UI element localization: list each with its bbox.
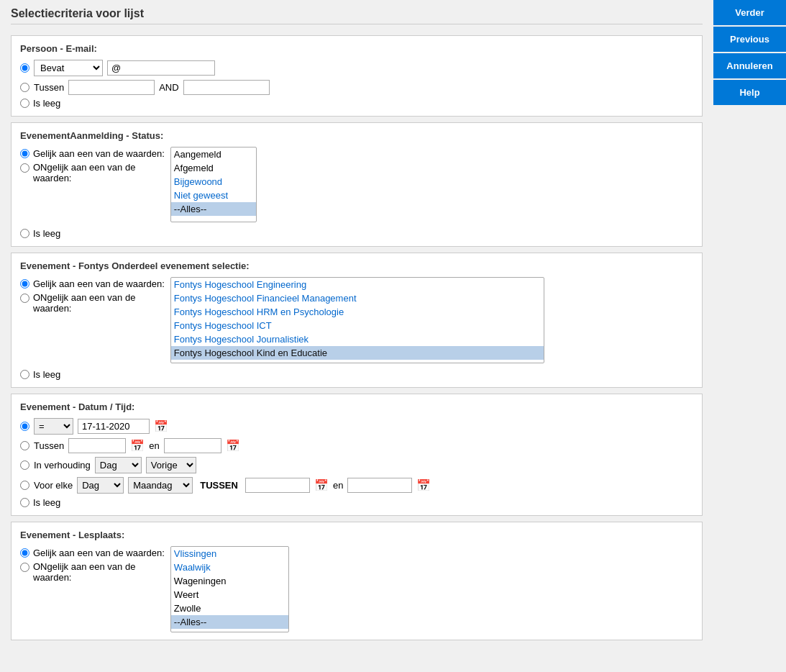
datum-radio-is-leeg[interactable]	[20, 498, 29, 507]
lesplaats-label: Evenement - Lesplaats:	[20, 530, 693, 540]
fontys-ongelijk-label: ONgelijk aan een van dewaarden:	[33, 292, 135, 314]
email-section: Persoon - E-mail: Bevat Gelijk aan Begin…	[11, 35, 703, 117]
datum-is-leeg-label: Is leeg	[33, 497, 60, 508]
datum-tussen-input1[interactable]	[68, 438, 126, 453]
datum-voor-elke-input2[interactable]	[347, 478, 412, 493]
lesplaats-option-vlissingen[interactable]: Vlissingen	[171, 547, 288, 560]
fontys-gelijk-label: Gelijk aan een van de waarden:	[33, 278, 165, 289]
datum-label: Evenement - Datum / Tijd:	[20, 401, 693, 412]
datum-voor-elke-label: Voor elke	[34, 480, 73, 491]
email-tussen-input2[interactable]	[183, 80, 270, 95]
status-radio-is-leeg[interactable]	[20, 229, 29, 238]
datum-tussen-static: TUSSEN	[200, 480, 238, 491]
status-option-alles[interactable]: --Alles--	[171, 202, 256, 216]
previous-button[interactable]: Previous	[713, 27, 786, 52]
fontys-option-hrm[interactable]: Fontys Hogeschool HRM en Psychologie	[171, 305, 544, 319]
datum-vorige-select[interactable]: Vorige Volgende Huidige	[146, 457, 196, 473]
status-ongelijk-label: ONgelijk aan een van dewaarden:	[33, 162, 135, 183]
datum-radio-eq[interactable]	[20, 422, 29, 431]
status-gelijk-label: Gelijk aan een van de waarden:	[33, 148, 165, 159]
status-radio-gelijk[interactable]	[20, 149, 29, 158]
fontys-option-engineering[interactable]: Fontys Hogeschool Engineering	[171, 278, 544, 291]
datum-calendar-icon2[interactable]: 📅	[130, 439, 145, 453]
status-option-niet-geweest[interactable]: Niet geweest	[171, 189, 256, 202]
status-option-afgemeld[interactable]: Afgemeld	[171, 161, 256, 175]
datum-radio-voor-elke[interactable]	[20, 481, 29, 490]
email-radio-tussen[interactable]	[20, 83, 29, 92]
fontys-option-ict[interactable]: Fontys Hogeschool ICT	[171, 319, 544, 332]
email-tussen-input1[interactable]	[68, 80, 155, 95]
email-tussen-label: Tussen	[34, 82, 64, 93]
datum-in-verhouding-label: In verhouding	[34, 460, 91, 471]
lesplaats-option-alles[interactable]: --Alles--	[171, 615, 288, 629]
fontys-radio-is-leeg[interactable]	[20, 370, 29, 379]
datum-en-label2: en	[333, 480, 343, 491]
datum-dag-select1[interactable]: Dag Week Maand Jaar	[95, 457, 142, 473]
fontys-radio-gelijk[interactable]	[20, 279, 29, 289]
lesplaats-section: Evenement - Lesplaats: Gelijk aan een va…	[11, 522, 703, 640]
lesplaats-option-waalwijk[interactable]: Waalwijk	[171, 560, 288, 574]
lesplaats-option-weert[interactable]: Weert	[171, 588, 288, 601]
fontys-listbox[interactable]: Fontys Hogeschool Engineering Fontys Hog…	[170, 277, 544, 363]
datum-calendar-icon1[interactable]: 📅	[154, 419, 168, 433]
page-title: Selectiecriteria voor lijst	[11, 7, 703, 24]
fontys-option-kind[interactable]: Fontys Hogeschool Kind en Educatie	[171, 346, 544, 360]
fontys-is-leeg-label: Is leeg	[33, 369, 60, 380]
lesplaats-listbox[interactable]: Vlissingen Waalwijk Wageningen Weert Zwo…	[170, 546, 289, 632]
status-radio-ongelijk[interactable]	[20, 163, 29, 173]
datum-eq-select[interactable]: = < > <= >= <>	[34, 418, 73, 435]
datum-radio-tussen[interactable]	[20, 441, 29, 450]
email-label: Persoon - E-mail:	[20, 43, 693, 54]
status-is-leeg-label: Is leeg	[33, 228, 60, 239]
lesplaats-radio-ongelijk[interactable]	[20, 563, 29, 572]
status-listbox[interactable]: Aangemeld Afgemeld Bijgewoond Niet gewee…	[170, 147, 257, 222]
fontys-radio-ongelijk[interactable]	[20, 294, 29, 303]
fontys-option-journalistiek[interactable]: Fontys Hogeschool Journalistiek	[171, 332, 544, 346]
datum-tussen-label: Tussen	[34, 440, 64, 451]
fontys-label: Evenement - Fontys Onderdeel evenement s…	[20, 260, 693, 271]
email-radio-is-leeg[interactable]	[20, 99, 29, 108]
verder-button[interactable]: Verder	[713, 0, 786, 25]
datum-section: Evenement - Datum / Tijd: = < > <= >= <>…	[11, 394, 703, 516]
datum-en-label1: en	[149, 440, 159, 451]
fontys-option-financieel[interactable]: Fontys Hogeschool Financieel Management	[171, 291, 544, 305]
lesplaats-radio-gelijk[interactable]	[20, 548, 29, 558]
status-section: EvenementAanmelding - Status: Gelijk aan…	[11, 122, 703, 247]
status-option-bijgewoond[interactable]: Bijgewoond	[171, 175, 256, 189]
status-label: EvenementAanmelding - Status:	[20, 130, 693, 141]
lesplaats-gelijk-label: Gelijk aan een van de waarden:	[33, 548, 165, 558]
annuleren-button[interactable]: Annuleren	[713, 53, 786, 78]
datum-calendar-icon4[interactable]: 📅	[314, 478, 329, 492]
email-is-leeg-label: Is leeg	[33, 98, 60, 109]
datum-voor-elke-input1[interactable]	[245, 478, 310, 493]
lesplaats-ongelijk-label: ONgelijk aan een van dewaarden:	[33, 561, 135, 583]
datum-calendar-icon5[interactable]: 📅	[416, 478, 431, 492]
sidebar: Verder Previous Annuleren Help	[713, 0, 786, 672]
datum-calendar-icon3[interactable]: 📅	[226, 439, 240, 453]
lesplaats-option-zwolle[interactable]: Zwolle	[171, 601, 288, 615]
datum-maandag-select[interactable]: Maandag Dinsdag Woensdag Donderdag Vrijd…	[128, 477, 193, 494]
datum-dag-select2[interactable]: Dag Week Maand Jaar	[77, 477, 124, 494]
datum-radio-in-verhouding[interactable]	[20, 460, 29, 470]
status-option-aangemeld[interactable]: Aangemeld	[171, 147, 256, 161]
fontys-section: Evenement - Fontys Onderdeel evenement s…	[11, 253, 703, 388]
email-dropdown[interactable]: Bevat Gelijk aan Begint met Eindigt met	[34, 60, 103, 76]
datum-tussen-input2[interactable]	[164, 438, 221, 453]
email-input[interactable]	[107, 60, 215, 76]
lesplaats-option-wageningen[interactable]: Wageningen	[171, 574, 288, 588]
email-radio-bevat[interactable]	[20, 63, 29, 73]
datum-date-input[interactable]	[78, 419, 150, 434]
help-button[interactable]: Help	[713, 80, 786, 105]
email-and-label: AND	[159, 82, 178, 93]
